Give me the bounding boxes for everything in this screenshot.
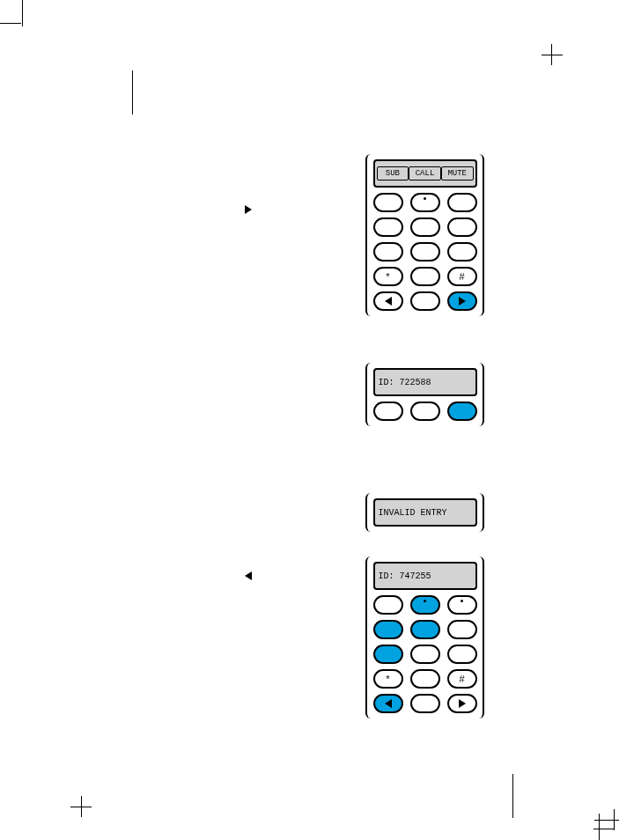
crop-mark-br-h <box>594 820 619 821</box>
keypad-grid-2 <box>372 402 478 421</box>
key4-0[interactable] <box>410 669 440 689</box>
softkey-right[interactable]: MUTE <box>441 166 474 181</box>
key4-star[interactable]: * <box>373 669 403 689</box>
lcd-panel-invalid: INVALID ENTRY <box>365 493 484 532</box>
keypad-grid-1: * # <box>372 193 478 311</box>
key4-7[interactable] <box>373 645 403 664</box>
key-nav-center[interactable] <box>410 291 440 311</box>
key-a[interactable] <box>373 402 403 421</box>
softkey-center[interactable]: CALL <box>409 166 441 181</box>
key4-nav-left[interactable] <box>373 694 403 713</box>
crop-mark-innerbottom <box>512 774 513 818</box>
key4-4[interactable] <box>373 620 403 639</box>
key-3[interactable] <box>447 193 477 212</box>
key4-hash[interactable]: # <box>447 669 477 689</box>
key4-3[interactable] <box>447 595 477 615</box>
key-2[interactable] <box>410 193 440 212</box>
key-c[interactable] <box>447 402 477 421</box>
keypad-panel-2: ID: 722588 <box>365 363 484 426</box>
crop-mark-br-v <box>599 814 600 840</box>
keypad-panel-4: ID: 747255 * # <box>365 556 484 718</box>
key-8[interactable] <box>410 242 440 262</box>
bullet-arrow-1 <box>245 205 252 214</box>
bullet-arrow-2 <box>245 571 252 580</box>
key-4[interactable] <box>373 217 403 237</box>
key4-5[interactable] <box>410 620 440 639</box>
key-7[interactable] <box>373 242 403 262</box>
key4-8[interactable] <box>410 645 440 664</box>
lcd-softkeys: SUB CALL MUTE <box>373 159 477 188</box>
crop-mark-innertop <box>132 70 133 114</box>
key-b[interactable] <box>410 402 440 421</box>
keypad-panel-1: SUB CALL MUTE * # <box>365 154 484 316</box>
key4-6[interactable] <box>447 620 477 639</box>
crop-mark-tl-v <box>22 0 23 26</box>
key-nav-right[interactable] <box>447 291 477 311</box>
key-0[interactable] <box>410 267 440 286</box>
lcd-invalid: INVALID ENTRY <box>373 498 477 527</box>
key4-nav-center[interactable] <box>410 694 440 713</box>
key4-9[interactable] <box>447 645 477 664</box>
key-hash[interactable]: # <box>447 267 477 286</box>
softkey-left[interactable]: SUB <box>377 166 409 181</box>
key-star[interactable]: * <box>373 267 403 286</box>
key-nav-left[interactable] <box>373 291 403 311</box>
keypad-grid-4: * # <box>372 595 478 713</box>
key4-1[interactable] <box>373 595 403 615</box>
lcd-id-2: ID: 747255 <box>373 562 477 590</box>
lcd-id-1: ID: 722588 <box>373 368 477 396</box>
key-5[interactable] <box>410 217 440 237</box>
key4-nav-right[interactable] <box>447 694 477 713</box>
key-1[interactable] <box>373 193 403 212</box>
key4-2[interactable] <box>410 595 440 615</box>
key-6[interactable] <box>447 217 477 237</box>
key-9[interactable] <box>447 242 477 262</box>
